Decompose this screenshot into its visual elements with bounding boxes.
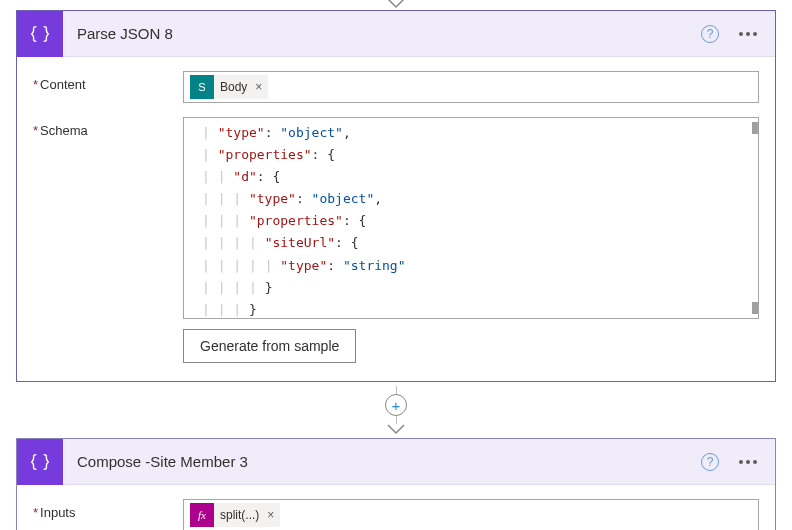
schema-editor[interactable]: | "type": "object", | "properties": { | … [183,117,759,319]
scrollbar-handle[interactable] [752,302,758,314]
data-operation-icon [17,11,63,57]
connector-arrow [387,424,405,436]
inputs-label: *Inputs [33,499,183,520]
scrollbar-handle[interactable] [752,122,758,134]
more-menu-button[interactable] [735,28,761,40]
card-header[interactable]: Compose -Site Member 3 ? [17,439,775,485]
content-input[interactable]: S Body × [183,71,759,103]
help-icon[interactable]: ? [701,453,719,471]
card-title: Compose -Site Member 3 [63,453,701,470]
more-menu-button[interactable] [735,456,761,468]
inputs-token[interactable]: fx split(...) × [190,503,280,527]
content-token[interactable]: S Body × [190,75,268,99]
token-remove-icon[interactable]: × [253,80,262,94]
content-label: *Content [33,71,183,92]
schema-label: *Schema [33,117,183,138]
compose-card: Compose -Site Member 3 ? *Inputs fx spli… [16,438,776,530]
help-icon[interactable]: ? [701,25,719,43]
card-header[interactable]: Parse JSON 8 ? [17,11,775,57]
add-step-button[interactable]: + [385,394,407,416]
token-remove-icon[interactable]: × [265,508,274,522]
parse-json-card: Parse JSON 8 ? *Content S Body × *Schema [16,10,776,382]
sharepoint-icon: S [190,75,214,99]
card-title: Parse JSON 8 [63,25,701,42]
inputs-input[interactable]: fx split(...) × [183,499,759,530]
generate-from-sample-button[interactable]: Generate from sample [183,329,356,363]
data-operation-icon [17,439,63,485]
connector-arrow [16,0,776,10]
fx-icon: fx [190,503,214,527]
add-step-connector: + [16,386,776,436]
token-label: Body [220,80,247,94]
token-label: split(...) [220,508,259,522]
